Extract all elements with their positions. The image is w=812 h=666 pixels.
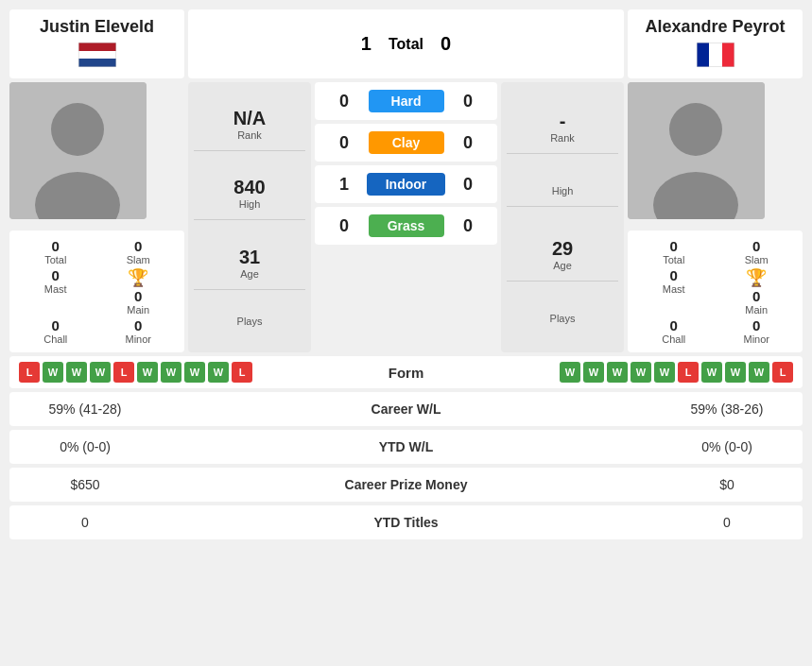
player2-panel: 0 Total 0 Slam 0 Mast 🏆 0 Main bbox=[628, 82, 803, 352]
form-badge: W bbox=[66, 362, 87, 383]
p1-slam-cell: 0 Slam bbox=[102, 238, 176, 265]
indoor-row: 1 Indoor 0 bbox=[315, 165, 497, 203]
content-area: 0 Total 0 Slam 0 Mast 🏆 0 Main bbox=[9, 82, 803, 352]
total-score-box: 1 Total 0 bbox=[188, 9, 624, 78]
form-badge: L bbox=[678, 362, 699, 383]
p2-rank-value: - bbox=[507, 111, 618, 132]
form-badge: W bbox=[43, 362, 63, 383]
p2-main-value: 0 bbox=[752, 288, 760, 304]
player1-middle-stats: N/A Rank 840 High 31 Age Plays bbox=[188, 82, 311, 352]
p1-age-label: Age bbox=[194, 268, 305, 280]
grass-row: 0 Grass 0 bbox=[315, 207, 497, 245]
p2-chall-cell: 0 Chall bbox=[637, 317, 711, 345]
svg-point-9 bbox=[51, 103, 104, 156]
stats-row-label: YTD Titles bbox=[142, 515, 670, 530]
form-badge: W bbox=[654, 362, 675, 383]
p2-plays-label: Plays bbox=[507, 313, 618, 324]
total-score-p1: 1 bbox=[361, 33, 371, 55]
p1-form-badges: LWWWLWWWWL bbox=[19, 362, 252, 383]
p1-slam-label: Slam bbox=[127, 254, 150, 265]
p1-high-item: 840 High bbox=[194, 167, 305, 220]
p2-mast-label: Mast bbox=[663, 283, 685, 295]
form-badge: L bbox=[772, 362, 793, 383]
center-scores: 0 Hard 0 0 Clay 0 1 Indoor 0 0 Grass 0 bbox=[315, 82, 497, 352]
p2-trophy-icon: 🏆 bbox=[746, 267, 767, 288]
stats-p1-value: 0% (0-0) bbox=[28, 439, 142, 454]
p1-trophy-icon: 🏆 bbox=[128, 267, 148, 288]
p2-chall-value: 0 bbox=[670, 317, 678, 333]
svg-rect-1 bbox=[78, 51, 116, 59]
form-badge: L bbox=[113, 362, 134, 383]
p2-chall-label: Chall bbox=[662, 333, 685, 345]
player1-flag bbox=[78, 43, 116, 67]
p2-age-value: 29 bbox=[507, 238, 618, 260]
svg-point-12 bbox=[669, 103, 722, 156]
p2-slam-cell: 0 Slam bbox=[720, 238, 794, 265]
p1-chall-cell: 0 Chall bbox=[19, 317, 93, 345]
p2-rank-label: Rank bbox=[507, 132, 618, 144]
p1-rank-label: Rank bbox=[194, 129, 305, 141]
form-badge: W bbox=[607, 362, 628, 383]
stats-p2-value: 0% (0-0) bbox=[670, 439, 784, 454]
stats-row-label: Career Prize Money bbox=[142, 477, 670, 492]
stats-p2-value: 59% (38-26) bbox=[670, 401, 784, 417]
svg-rect-6 bbox=[722, 43, 734, 67]
indoor-score-p2: 0 bbox=[454, 175, 482, 195]
svg-rect-2 bbox=[78, 59, 116, 67]
player2-name-box: Alexandre Peyrot bbox=[628, 9, 803, 78]
p2-total-cell: 0 Total bbox=[637, 238, 711, 265]
p1-slam-value: 0 bbox=[134, 238, 142, 254]
p2-mast-cell: 0 Mast bbox=[637, 267, 711, 316]
form-badge: W bbox=[184, 362, 205, 383]
stats-row: 59% (41-28)Career W/L59% (38-26) bbox=[9, 392, 803, 426]
p1-main-value: 0 bbox=[134, 288, 142, 304]
stats-row-label: YTD W/L bbox=[142, 439, 670, 454]
stats-p2-value: 0 bbox=[670, 515, 784, 530]
stats-p1-value: $650 bbox=[28, 477, 142, 492]
player1-name: Justin Eleveld bbox=[40, 17, 154, 37]
p1-plays-item: Plays bbox=[194, 306, 305, 336]
p1-total-cell: 0 Total bbox=[19, 238, 93, 265]
p1-chall-label: Chall bbox=[43, 333, 67, 345]
p1-minor-cell: 0 Minor bbox=[102, 317, 176, 345]
total-label: Total bbox=[389, 36, 423, 53]
hard-score-p2: 0 bbox=[454, 92, 482, 111]
p1-age-value: 31 bbox=[194, 247, 305, 268]
p1-chall-value: 0 bbox=[52, 317, 60, 333]
p1-total-label: Total bbox=[44, 254, 66, 265]
form-badge: W bbox=[560, 362, 580, 383]
p2-rank-item: - Rank bbox=[507, 101, 618, 154]
hard-score-p1: 0 bbox=[330, 92, 358, 111]
p1-plays-label: Plays bbox=[194, 316, 305, 327]
p2-form-badges: WWWWWLWWWL bbox=[560, 362, 793, 383]
player2-avatar bbox=[628, 82, 765, 219]
player2-stats: 0 Total 0 Slam 0 Mast 🏆 0 Main bbox=[628, 231, 803, 352]
p2-age-label: Age bbox=[507, 260, 618, 271]
form-badge: L bbox=[19, 362, 40, 383]
player2-middle-stats: - Rank High 29 Age Plays bbox=[501, 82, 624, 352]
indoor-score-p1: 1 bbox=[330, 175, 358, 195]
p1-minor-label: Minor bbox=[125, 333, 151, 345]
stats-p1-value: 59% (41-28) bbox=[28, 401, 142, 417]
p2-total-label: Total bbox=[663, 254, 684, 265]
clay-row: 0 Clay 0 bbox=[315, 124, 497, 162]
svg-rect-4 bbox=[697, 43, 709, 67]
p1-rank-value: N/A bbox=[194, 108, 305, 129]
form-badge: W bbox=[725, 362, 746, 383]
stats-p2-value: $0 bbox=[670, 477, 784, 492]
svg-rect-0 bbox=[78, 43, 116, 51]
form-badge: W bbox=[631, 362, 651, 383]
form-label: Form bbox=[389, 365, 424, 381]
p2-plays-item: Plays bbox=[507, 303, 618, 333]
p1-minor-value: 0 bbox=[134, 317, 142, 333]
p1-high-label: High bbox=[194, 198, 305, 210]
p2-slam-value: 0 bbox=[752, 238, 760, 254]
form-badge: W bbox=[137, 362, 158, 383]
grass-score-p1: 0 bbox=[330, 216, 358, 236]
clay-score-p2: 0 bbox=[454, 133, 482, 153]
p1-rank-item: N/A Rank bbox=[194, 98, 305, 151]
p2-minor-cell: 0 Minor bbox=[720, 317, 794, 345]
p2-trophy-cell: 🏆 0 Main bbox=[720, 267, 794, 316]
top-names-row: Justin Eleveld 1 Total 0 Alexandre Peyro… bbox=[9, 9, 803, 78]
player2-flag bbox=[697, 43, 734, 67]
